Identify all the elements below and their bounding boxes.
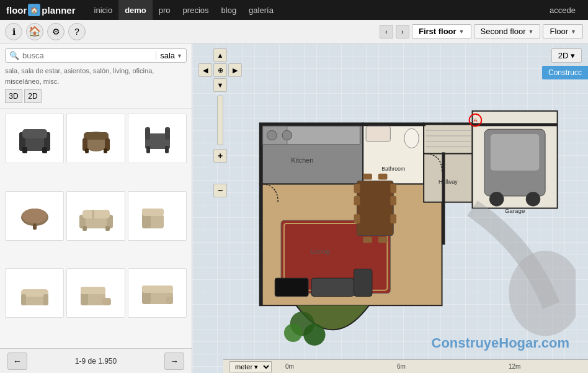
list-item[interactable] — [5, 268, 64, 318]
svg-rect-57 — [354, 214, 360, 223]
zoom-out-button[interactable]: − — [213, 184, 227, 197]
list-item[interactable] — [66, 268, 125, 318]
svg-text:A: A — [473, 117, 478, 124]
home-button[interactable]: 🏠 — [26, 23, 43, 40]
nav-center-button[interactable]: ⊕ — [213, 63, 227, 77]
gear-button[interactable]: ⚙ — [47, 23, 65, 40]
nav-precios[interactable]: precios — [177, 0, 215, 20]
logo: floor 🏠 planner — [6, 4, 76, 16]
svg-rect-62 — [378, 174, 388, 180]
svg-rect-26 — [105, 226, 110, 231]
view-2d-button[interactable]: 2D — [24, 89, 42, 103]
search-input[interactable] — [22, 51, 153, 60]
svg-rect-3 — [22, 129, 47, 138]
svg-rect-11 — [104, 148, 107, 153]
second-floor-button[interactable]: Second floor ▼ — [474, 24, 541, 38]
first-floor-arrow: ▼ — [459, 29, 465, 35]
canvas-area[interactable]: ▲ ◀ ⊕ ▶ ▼ + − 2D ▾ Construcc — [192, 43, 588, 373]
nav-inicio[interactable]: inicio — [88, 0, 119, 20]
logo-icon: 🏠 — [28, 4, 40, 16]
unit-select[interactable]: meter ▾ — [229, 361, 272, 372]
svg-rect-4 — [22, 147, 27, 153]
list-item[interactable] — [128, 191, 187, 241]
furniture-preview-5 — [78, 197, 115, 235]
search-bar: 🔍 sala ▼ — [5, 48, 187, 63]
floor-selector: ‹ › First floor ▼ Second floor ▼ Floor ▼ — [380, 24, 583, 38]
svg-rect-56 — [354, 196, 360, 205]
svg-rect-15 — [146, 146, 150, 153]
svg-rect-41 — [166, 297, 173, 304]
svg-rect-63 — [363, 237, 372, 243]
nav-down-button[interactable]: ▼ — [213, 78, 227, 92]
svg-rect-24 — [92, 210, 94, 218]
first-floor-button[interactable]: First floor ▼ — [412, 24, 471, 38]
nav-right-button[interactable]: ▶ — [228, 63, 242, 77]
furniture-preview-4 — [16, 197, 53, 235]
ruler-bottom: meter ▾ 0m 6m 12m — [223, 359, 588, 373]
furniture-preview-6 — [139, 197, 176, 235]
svg-point-71 — [404, 128, 419, 148]
svg-point-89 — [284, 324, 302, 342]
list-item[interactable] — [66, 114, 125, 163]
svg-point-82 — [526, 192, 541, 207]
list-item[interactable] — [66, 191, 125, 241]
svg-rect-70 — [366, 126, 390, 141]
category-arrow: ▼ — [177, 53, 182, 59]
svg-rect-13 — [145, 127, 150, 140]
furniture-preview-9 — [139, 274, 176, 312]
prev-page-button[interactable]: ← — [7, 353, 27, 370]
nav-demo[interactable]: demo — [118, 0, 153, 20]
nav-galeria[interactable]: galería — [243, 0, 280, 20]
svg-rect-7 — [84, 132, 109, 140]
svg-rect-60 — [390, 214, 396, 223]
next-page-button[interactable]: → — [164, 353, 184, 370]
svg-rect-36 — [81, 287, 105, 294]
construcc-button[interactable]: Construcc — [542, 66, 588, 79]
category-select[interactable]: sala ▼ — [156, 51, 182, 60]
svg-rect-86 — [354, 269, 372, 296]
list-item[interactable] — [5, 191, 64, 241]
svg-rect-14 — [165, 127, 170, 140]
nav-pro[interactable]: pro — [153, 0, 177, 20]
zoom-slider[interactable] — [217, 96, 223, 145]
svg-rect-49 — [260, 123, 263, 305]
svg-text:Living: Living — [311, 247, 330, 255]
help-button[interactable]: ? — [68, 23, 86, 40]
floor-prev-button[interactable]: ‹ — [380, 25, 393, 38]
svg-point-67 — [267, 130, 277, 140]
svg-rect-55 — [354, 184, 360, 193]
left-panel: 🔍 sala ▼ sala, sala de estar, asientos, … — [0, 43, 192, 373]
toolbar: ℹ 🏠 ⚙ ? ‹ › First floor ▼ Second floor ▼… — [0, 20, 588, 43]
svg-text:Kitchen: Kitchen — [291, 156, 313, 164]
zoom-in-button[interactable]: + — [213, 149, 227, 163]
floor-button[interactable]: Floor ▼ — [543, 24, 583, 38]
svg-rect-80 — [491, 134, 539, 171]
svg-text:Hallway: Hallway — [439, 179, 458, 185]
svg-rect-64 — [378, 237, 388, 243]
svg-rect-40 — [142, 285, 173, 293]
list-item[interactable] — [128, 114, 187, 163]
svg-point-90 — [303, 324, 325, 346]
ruler-mark-0: 0m — [285, 363, 294, 370]
ruler-mark-12: 12m — [509, 363, 520, 370]
list-item[interactable] — [5, 114, 64, 163]
pagination: ← 1-9 de 1.950 → — [0, 348, 192, 373]
info-button[interactable]: ℹ — [5, 23, 22, 40]
nav-blog[interactable]: blog — [215, 0, 243, 20]
nav-accede[interactable]: accede — [543, 0, 582, 20]
svg-rect-58 — [390, 184, 396, 193]
nav-up-button[interactable]: ▲ — [213, 48, 227, 62]
logo-text-floor: floor — [6, 5, 27, 16]
svg-rect-29 — [142, 209, 164, 216]
svg-text:Garage: Garage — [505, 207, 525, 214]
view-2d-button[interactable]: 2D ▾ — [551, 48, 582, 63]
svg-rect-61 — [363, 174, 372, 180]
furniture-preview-2 — [78, 120, 115, 157]
list-item[interactable] — [128, 268, 187, 318]
view-3d-button[interactable]: 3D — [5, 89, 22, 103]
nav-left-button[interactable]: ◀ — [198, 63, 212, 77]
svg-rect-23 — [82, 210, 110, 218]
floor-next-button[interactable]: › — [396, 25, 409, 38]
floor-plan: Kitchen Bathroom Hallway — [223, 62, 576, 354]
second-floor-arrow: ▼ — [528, 29, 534, 35]
